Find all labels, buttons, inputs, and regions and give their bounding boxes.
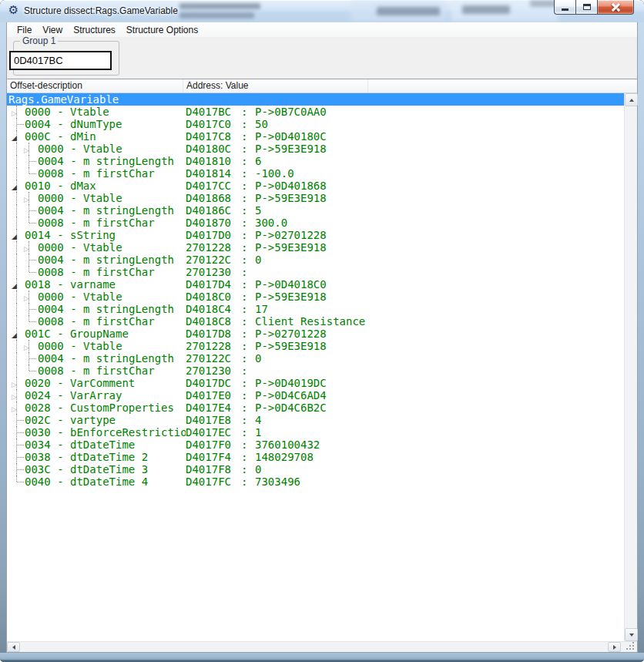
- tree-row[interactable]: ▷0000 - VtableD401868:P->59E3E918: [7, 192, 624, 204]
- column-header-address-value[interactable]: Address: Value: [183, 79, 368, 92]
- row-description: 0010 - dMax: [25, 180, 96, 192]
- row-colon: :: [241, 106, 247, 118]
- menubar: File View Structures Structure Options: [7, 22, 637, 38]
- minimize-button[interactable]: [554, 0, 576, 15]
- tree-row[interactable]: ▷0000 - VtableD4018C0:P->59E3E918: [7, 291, 624, 303]
- row-value: 6: [255, 155, 261, 167]
- menu-item-structures[interactable]: Structures: [68, 22, 121, 38]
- row-value: P->0D401868: [255, 180, 327, 192]
- scroll-left-button[interactable]: [7, 642, 20, 652]
- glass-blur-artifact: [179, 3, 260, 9]
- horizontal-scrollbar[interactable]: [7, 641, 637, 652]
- row-value: 3760100432: [255, 439, 320, 451]
- tree-row[interactable]: ◢001C - GroupNameD4017D8:P->02701228: [7, 328, 624, 340]
- tree-row[interactable]: 002C - vartypeD4017E8:4: [7, 414, 624, 426]
- tree-row[interactable]: 0004 - m_stringLengthD401810:6: [7, 155, 624, 167]
- tree-row[interactable]: ▷0000 - Vtable2701228:P->59E3E918: [7, 340, 624, 352]
- row-value: P->0D4019DC: [255, 377, 327, 389]
- menu-item-structure-options[interactable]: Structure Options: [121, 22, 203, 38]
- row-value: P->0D4018C0: [255, 278, 327, 291]
- tree-row[interactable]: ▷0020 - VarCommentD4017DC:P->0D4019DC: [7, 377, 624, 389]
- row-colon: :: [241, 414, 247, 426]
- row-description: 0004 - dNumType: [25, 118, 122, 130]
- tree-row[interactable]: 0008 - m_firstChar2701230:: [7, 365, 624, 377]
- row-description: 0008 - m_firstChar: [38, 266, 155, 278]
- tree-guide-line: [16, 266, 17, 278]
- row-description: 0038 - dtDateTime_2: [25, 451, 148, 463]
- tree-row[interactable]: 0040 - dtDateTime_4D4017FC:7303496: [7, 475, 624, 488]
- vertical-scrollbar[interactable]: [624, 93, 637, 641]
- row-value: P->59E3E918: [255, 340, 327, 352]
- row-address: D4018C4: [186, 303, 231, 315]
- tree-elbow-line: [17, 457, 24, 458]
- row-address: D4017C8: [186, 130, 231, 143]
- tree-row[interactable]: ◢0010 - dMaxD4017CC:P->0D401868: [7, 180, 624, 192]
- resize-grip[interactable]: [622, 642, 637, 652]
- tree-row[interactable]: 0004 - m_stringLengthD40186C:5: [7, 204, 624, 217]
- tree-row[interactable]: ◢0018 - varnameD4017D4:P->0D4018C0: [7, 278, 624, 291]
- tree-row[interactable]: 0034 - dtDateTimeD4017F0:3760100432: [7, 439, 624, 451]
- row-address: 2701230: [186, 365, 231, 377]
- tree-row[interactable]: ◢0014 - sStringD4017D0:P->02701228: [7, 229, 624, 241]
- tree-row[interactable]: Rags.GameVariable: [7, 93, 624, 106]
- window-border-bottom[interactable]: [0, 653, 644, 662]
- row-colon: :: [241, 217, 247, 229]
- tree-body: Rags.GameVariable▷0000 - VtableD4017BC:P…: [7, 93, 637, 641]
- group-address-input[interactable]: [9, 51, 112, 70]
- client-area: File View Structures Structure Options G…: [6, 22, 638, 653]
- tree-row[interactable]: 0004 - dNumTypeD4017C0:50: [7, 118, 624, 130]
- row-address: D4017EC: [186, 426, 231, 439]
- row-description: 0030 - bEnforceRestriction: [25, 426, 186, 439]
- window-border-left[interactable]: [0, 22, 6, 662]
- row-colon: :: [241, 254, 247, 266]
- close-button[interactable]: [597, 0, 634, 15]
- column-header-empty[interactable]: [368, 79, 637, 92]
- tree-row[interactable]: 003C - dtDateTime_3D4017F8:0: [7, 463, 624, 475]
- close-icon: [612, 3, 620, 12]
- row-description: Rags.GameVariable: [8, 93, 119, 106]
- tree-row[interactable]: 0038 - dtDateTime_2D4017F4:148029708: [7, 451, 624, 463]
- tree-guide-line: [29, 217, 29, 223]
- titlebar[interactable]: ⚙ Structure dissect:Rags.GameVariable: [0, 0, 644, 22]
- tree-row[interactable]: ▷0000 - Vtable2701228:P->59E3E918: [7, 241, 624, 254]
- tree-row[interactable]: 0030 - bEnforceRestrictionD4017EC:1: [7, 426, 624, 439]
- scroll-up-button[interactable]: [625, 93, 638, 106]
- column-header-offset-description[interactable]: Offset-description: [7, 79, 183, 92]
- tree-row[interactable]: 0008 - m_firstCharD401870:300.0: [7, 217, 624, 229]
- row-colon: :: [241, 229, 247, 241]
- scroll-down-button[interactable]: [625, 628, 638, 641]
- tree-row[interactable]: 0004 - m_stringLengthD4018C4:17: [7, 303, 624, 315]
- tree-row[interactable]: 0004 - m_stringLength270122C:0: [7, 254, 624, 266]
- row-address: D401810: [186, 155, 231, 167]
- row-address: D401814: [186, 167, 231, 180]
- row-value: 17: [255, 303, 268, 315]
- row-colon: :: [241, 278, 247, 291]
- tree-row[interactable]: 0008 - m_firstCharD401814:-100.0: [7, 167, 624, 180]
- tree-row[interactable]: 0004 - m_stringLength270122C:0: [7, 352, 624, 365]
- row-value: -100.0: [255, 167, 294, 180]
- maximize-icon: [583, 4, 591, 10]
- tree-guide-line: [16, 340, 17, 352]
- tree-row[interactable]: 0008 - m_firstChar2701230:: [7, 266, 624, 278]
- window-border-right[interactable]: [638, 22, 644, 662]
- maximize-button[interactable]: [576, 0, 597, 15]
- row-colon: :: [241, 167, 247, 180]
- tree-row[interactable]: 0008 - m_firstCharD4018C8:Client Resista…: [7, 315, 624, 328]
- tree-guide-line: [16, 315, 17, 328]
- tree-row[interactable]: ◢000C - dMinD4017C8:P->0D40180C: [7, 130, 624, 143]
- row-description: 0000 - Vtable: [38, 143, 122, 155]
- row-value: 0: [255, 352, 261, 365]
- tree-row[interactable]: ▷0024 - VarArrayD4017E0:P->0D4C6AD4: [7, 389, 624, 402]
- tree-elbow-line: [29, 358, 36, 359]
- scroll-right-button[interactable]: [608, 642, 621, 652]
- row-address: D4017DC: [186, 377, 231, 389]
- row-description: 0000 - Vtable: [38, 291, 122, 303]
- row-description: 0004 - m_stringLength: [38, 303, 174, 315]
- tree-elbow-line: [29, 371, 36, 371]
- row-value: 50: [255, 118, 268, 130]
- row-value: 5: [255, 204, 261, 217]
- tree-row[interactable]: ▷0000 - VtableD40180C:P->59E3E918: [7, 143, 624, 155]
- tree-row[interactable]: ▷0028 - CustomPropertiesD4017E4:P->0D4C6…: [7, 402, 624, 414]
- tree-row[interactable]: ▷0000 - VtableD4017BC:P->0B7C0AA0: [7, 106, 624, 118]
- row-address: D4017F4: [186, 451, 231, 463]
